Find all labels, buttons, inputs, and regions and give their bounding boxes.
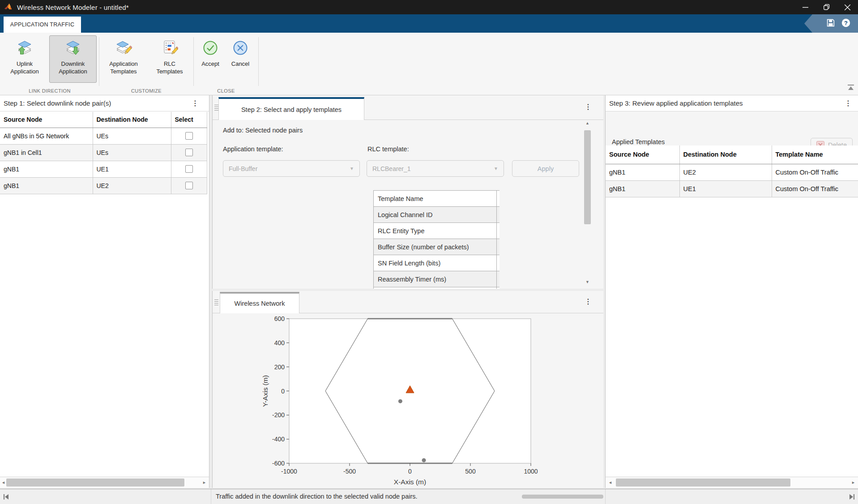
table-row[interactable]: gNB1 in Cell1 UEs — [0, 144, 207, 161]
select-checkbox[interactable] — [185, 149, 193, 156]
x-tick-label: -1000 — [281, 468, 297, 475]
step2-tab-bar: Step 2: Select and apply templates ⋮ — [213, 95, 603, 120]
uplink-application-button[interactable]: Uplink Application — [2, 35, 47, 83]
param-label: Reassembly Timer (ms) — [374, 271, 497, 287]
status-scroll-thumb[interactable] — [522, 495, 603, 499]
ribbon-group-divider — [193, 37, 194, 86]
apply-button[interactable]: Apply — [512, 160, 579, 177]
x-tick-label: -500 — [343, 468, 356, 475]
scrollbar-thumb[interactable] — [584, 130, 591, 224]
minimize-button[interactable] — [795, 0, 816, 14]
application-template-dropdown[interactable]: Full-Buffer ▼ — [223, 160, 360, 177]
col-source-node: Source Node — [0, 112, 93, 128]
y-axis-label: Y-Axis (m) — [261, 375, 269, 407]
skip-to-end-icon[interactable] — [848, 493, 855, 502]
panel-grip-icon[interactable] — [214, 299, 218, 305]
param-row: Template Name — [374, 191, 500, 207]
x-tick-label: 0 — [408, 468, 412, 475]
scrollbar-thumb[interactable] — [6, 478, 184, 487]
scroll-right-icon[interactable]: ► — [202, 481, 206, 485]
panel-grip-icon[interactable] — [214, 105, 218, 111]
rlc-template-value: RLCBearer_1 — [372, 165, 411, 172]
application-templates-icon — [115, 40, 132, 58]
cancel-icon — [232, 40, 248, 58]
step3-horizontal-scrollbar[interactable]: ◄ ► — [606, 477, 858, 488]
table-header-row: Source Node Destination Node Select — [0, 112, 207, 128]
param-label: SN Field Length (bits) — [374, 255, 497, 271]
status-bar: Traffic added in the downlink direction … — [0, 489, 858, 504]
table-row[interactable]: gNB1 UE1 Custom On-Off Traffic — [606, 180, 858, 197]
step1-menu-icon[interactable]: ⋮ — [192, 100, 199, 107]
tab-wireless-network[interactable]: Wireless Network — [220, 292, 299, 313]
matlab-logo-icon — [4, 3, 13, 12]
step2-menu-icon[interactable]: ⋮ — [585, 103, 592, 111]
scroll-right-icon[interactable]: ► — [851, 481, 855, 485]
dropdown-arrow-icon: ▼ — [350, 166, 354, 171]
skip-to-start-icon[interactable] — [3, 493, 10, 502]
restore-button[interactable] — [816, 0, 837, 14]
window-title: Wireless Network Modeler - untitled* — [17, 4, 129, 11]
param-label: Template Name — [374, 191, 497, 207]
table-row[interactable]: gNB1 UE2 Custom On-Off Traffic — [606, 164, 858, 180]
cell-destination: UE2 — [93, 177, 171, 194]
rlc-templates-label: RLC Templates — [156, 60, 183, 75]
y-tick-label: -600 — [272, 460, 285, 467]
param-label: Buffer Size (number of packets) — [374, 239, 497, 255]
downlink-application-button[interactable]: Downlink Application — [49, 35, 97, 83]
help-icon[interactable]: ? — [841, 18, 851, 30]
status-divider — [605, 489, 606, 504]
scrollbar-thumb[interactable] — [616, 478, 790, 487]
step1-horizontal-scrollbar[interactable]: ◄ ► — [0, 477, 209, 488]
accept-icon — [202, 40, 218, 58]
dropdown-arrow-icon: ▼ — [494, 166, 498, 171]
param-label: RLC Entity Type — [374, 223, 497, 239]
table-row[interactable]: gNB1 UE2 — [0, 177, 207, 194]
table-row[interactable]: gNB1 UE1 — [0, 161, 207, 177]
step3-menu-icon[interactable]: ⋮ — [845, 100, 852, 107]
save-icon[interactable] — [826, 18, 836, 30]
param-row: SN Field Length (bits) — [374, 255, 500, 271]
wireless-menu-icon[interactable]: ⋮ — [585, 298, 592, 305]
y-tick-label: 0 — [281, 388, 285, 395]
status-divider — [211, 489, 211, 504]
cell-destination: UEs — [93, 128, 171, 144]
cell-source: gNB1 in Cell1 — [0, 144, 93, 161]
cell-destination: UEs — [93, 144, 171, 161]
x-axis-label: X-Axis (m) — [394, 478, 426, 486]
scroll-down-icon[interactable]: ▼ — [585, 280, 589, 284]
cancel-label: Cancel — [231, 60, 249, 68]
select-checkbox[interactable] — [185, 132, 193, 140]
applied-templates-strip: Applied Templates Delete — [606, 111, 858, 145]
close-button[interactable] — [837, 0, 858, 14]
tab-step2[interactable]: Step 2: Select and apply templates — [218, 97, 364, 120]
add-to-label: Add to: Selected node pairs — [223, 127, 303, 134]
collapse-ribbon-icon[interactable] — [847, 84, 855, 93]
col-template-name: Template Name — [772, 145, 858, 164]
cell-source: gNB1 — [606, 164, 679, 180]
col-select: Select — [171, 112, 207, 128]
select-checkbox[interactable] — [185, 182, 193, 189]
rlc-parameter-table-wrap: Template Name Logical Channel ID RLC Ent… — [373, 190, 499, 289]
cancel-button[interactable]: Cancel — [226, 35, 255, 83]
select-checkbox[interactable] — [185, 165, 193, 173]
y-tick-label: 400 — [274, 339, 285, 346]
rlc-template-dropdown[interactable]: RLCBearer_1 ▼ — [367, 160, 504, 177]
step2-vertical-scrollbar[interactable]: ▲ ▼ — [584, 119, 591, 287]
step1-panel: Step 1: Select downlink node pair(s) ⋮ S… — [0, 95, 209, 488]
ribbon-group-divider — [258, 37, 259, 86]
accept-button[interactable]: Accept — [196, 35, 225, 83]
step3-panel: Step 3: Review applied application templ… — [605, 95, 858, 488]
scroll-left-icon[interactable]: ◄ — [1, 481, 5, 485]
application-templates-button[interactable]: Application Templates — [101, 35, 146, 83]
y-tick-label: 200 — [274, 363, 285, 371]
table-row[interactable]: All gNBs in 5G Network UEs — [0, 128, 207, 144]
window-controls — [795, 0, 858, 14]
step3-title: Step 3: Review applied application templ… — [609, 99, 743, 107]
step3-header: Step 3: Review applied application templ… — [606, 95, 858, 111]
accept-label: Accept — [201, 60, 219, 68]
tab-application-traffic[interactable]: APPLICATION TRAFFIC — [4, 17, 81, 33]
group-label-link-direction: LINK DIRECTION — [0, 88, 99, 94]
rlc-templates-button[interactable]: RLC Templates — [148, 35, 192, 83]
scroll-up-icon[interactable]: ▲ — [585, 121, 589, 125]
scroll-left-icon[interactable]: ◄ — [608, 481, 612, 485]
